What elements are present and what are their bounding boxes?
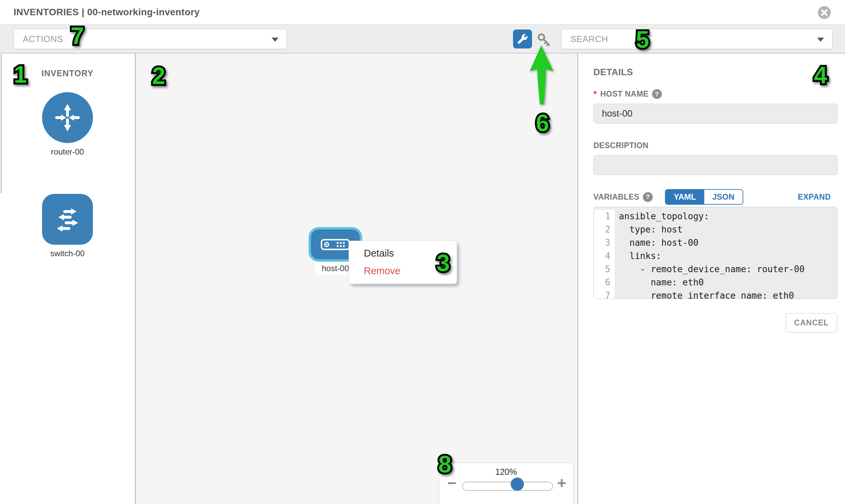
palette-item-router[interactable]: router-00 <box>0 92 135 157</box>
palette-item-label: switch-00 <box>50 249 85 258</box>
variables-code-editor[interactable]: 1 ansible_topology: 2 type: host 3 name:… <box>593 207 838 299</box>
switch-icon <box>50 202 85 237</box>
toolbar: ACTIONS SEARCH <box>0 24 845 54</box>
variables-row: VARIABLES ? YAML JSON EXPAND <box>593 189 831 205</box>
tab-json[interactable]: JSON <box>704 190 743 204</box>
line-number: 1 <box>594 210 615 223</box>
configure-topology-button[interactable] <box>513 30 532 49</box>
inventory-palette: INVENTORY router-00 <box>0 54 136 504</box>
code-line: 6 name: eth0 <box>594 276 837 289</box>
line-number: 3 <box>594 236 615 250</box>
line-text: type: host <box>615 223 837 236</box>
switch-shape <box>42 194 93 245</box>
palette-heading: INVENTORY <box>0 69 135 78</box>
search-dropdown[interactable]: SEARCH <box>561 29 832 49</box>
code-line: 4 links: <box>594 250 837 263</box>
help-icon[interactable]: ? <box>652 89 662 99</box>
node-context-menu: Details Remove <box>349 241 457 284</box>
actions-dropdown-placeholder: ACTIONS <box>23 34 63 44</box>
help-icon[interactable]: ? <box>643 192 653 202</box>
description-input[interactable] <box>593 155 838 175</box>
menu-item-remove[interactable]: Remove <box>349 262 457 280</box>
expand-link[interactable]: EXPAND <box>798 193 831 202</box>
palette-item-switch[interactable]: switch-00 <box>0 194 135 258</box>
zoom-slider-track[interactable] <box>462 482 553 491</box>
host-name-label-row: * HOST NAME ? <box>593 89 662 99</box>
details-panel: DETAILS * HOST NAME ? DESCRIPTION VARIAB… <box>578 54 845 504</box>
topology-canvas[interactable]: host-00 Details Remove 120% − + <box>136 54 578 504</box>
menu-item-details[interactable]: Details <box>349 245 457 262</box>
line-text: ansible_topology: <box>615 210 837 223</box>
cancel-button[interactable]: CANCEL <box>786 313 837 332</box>
code-line: 2 type: host <box>594 223 837 236</box>
zoom-in-button[interactable]: + <box>557 475 566 491</box>
chevron-down-icon <box>817 38 824 42</box>
router-shape <box>42 92 93 143</box>
code-line: 3 name: host-00 <box>594 236 837 250</box>
close-icon <box>821 9 828 16</box>
app-header: INVENTORIES | 00-networking-inventory <box>0 0 845 24</box>
host-name-input[interactable] <box>593 104 838 123</box>
line-number: 4 <box>594 250 615 263</box>
line-number: 7 <box>594 289 615 299</box>
line-text: remote_interface_name: eth0 <box>615 289 837 299</box>
code-line: 1 ansible_topology: <box>594 210 837 223</box>
chevron-down-icon <box>271 38 278 42</box>
zoom-widget: 120% − + <box>439 463 574 504</box>
line-text: - remote_device_name: router-00 <box>615 263 837 276</box>
palette-item-label: router-00 <box>51 147 84 157</box>
wrench-icon <box>517 34 528 44</box>
line-text: links: <box>615 250 837 263</box>
code-line: 7 remote_interface_name: eth0 <box>594 289 837 299</box>
line-number: 2 <box>594 223 615 236</box>
description-label-row: DESCRIPTION <box>593 141 649 150</box>
close-button[interactable] <box>818 6 831 19</box>
zoom-out-button[interactable]: − <box>447 475 456 491</box>
required-marker: * <box>593 89 597 99</box>
router-icon <box>50 100 85 135</box>
variables-label: VARIABLES <box>593 193 639 202</box>
actions-dropdown[interactable]: ACTIONS <box>14 29 287 49</box>
line-number: 5 <box>594 263 615 276</box>
tab-yaml[interactable]: YAML <box>666 190 704 204</box>
zoom-slider-knob[interactable] <box>511 478 524 491</box>
line-text: name: host-00 <box>615 236 837 250</box>
search-placeholder: SEARCH <box>570 34 608 44</box>
key-icon <box>536 32 552 47</box>
line-number: 6 <box>594 276 615 289</box>
details-heading: DETAILS <box>593 67 633 78</box>
key-credentials-button[interactable] <box>536 32 552 47</box>
line-text: name: eth0 <box>615 276 837 289</box>
page-title: INVENTORIES | 00-networking-inventory <box>14 0 200 24</box>
host-name-label: HOST NAME <box>600 89 649 98</box>
zoom-level: 120% <box>439 467 573 477</box>
description-label: DESCRIPTION <box>593 141 649 150</box>
variables-format-toggle: YAML JSON <box>665 189 743 205</box>
host-server-icon <box>321 239 350 250</box>
code-line: 5 - remote_device_name: router-00 <box>594 263 837 276</box>
